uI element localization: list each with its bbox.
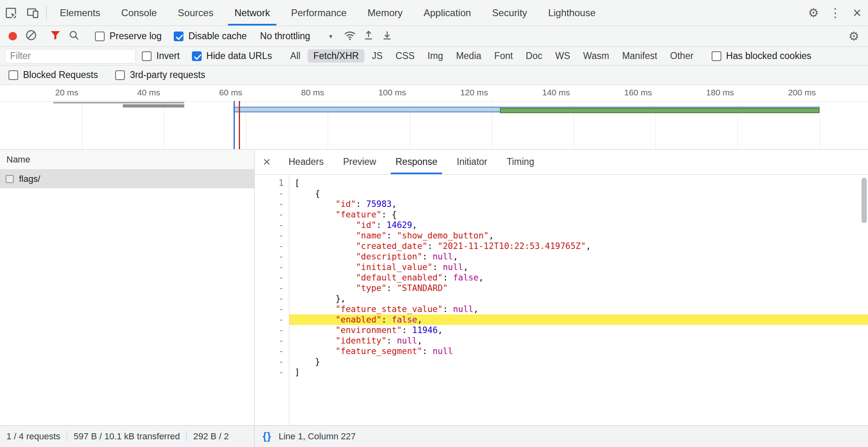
code-line[interactable]: "description": null,: [289, 251, 868, 262]
line-number: -: [255, 293, 289, 304]
invert-checkbox[interactable]: Invert: [142, 51, 180, 61]
filter-chip-doc[interactable]: Doc: [520, 49, 548, 63]
detail-tab-initiator[interactable]: Initiator: [447, 150, 497, 174]
filter-input[interactable]: [5, 49, 136, 63]
overflow-menu-button[interactable]: ⋮: [824, 0, 846, 25]
token: },: [295, 294, 346, 304]
detail-tab-headers[interactable]: Headers: [279, 150, 333, 174]
pretty-print-icon[interactable]: {}: [263, 430, 271, 442]
name-column-label: Name: [6, 154, 30, 165]
code-line[interactable]: "id": 75983,: [289, 199, 868, 209]
tab-memory[interactable]: Memory: [357, 0, 413, 25]
code-line[interactable]: "created_date": "2021-11-12T10:22:53.419…: [289, 241, 868, 251]
filter-chip-fetch-xhr[interactable]: Fetch/XHR: [308, 49, 364, 63]
detail-tab-strip: HeadersPreviewResponseInitiatorTiming: [279, 150, 544, 174]
export-har-button[interactable]: [378, 26, 396, 46]
line-number: -: [255, 262, 289, 272]
close-detail-button[interactable]: ×: [255, 150, 279, 174]
inspect-element-button[interactable]: [0, 0, 22, 25]
response-editor[interactable]: 1[- {- "id": 75983,- "feature": {- "id":…: [255, 175, 868, 425]
overview[interactable]: 20 ms40 ms60 ms80 ms100 ms120 ms140 ms16…: [0, 85, 868, 150]
record-network-log-button[interactable]: [3, 26, 22, 46]
token: ,: [474, 304, 479, 314]
token: 11946: [412, 325, 438, 335]
close-devtools-button[interactable]: ×: [846, 0, 868, 25]
line-number: -: [255, 346, 289, 356]
filter-chip-manifest[interactable]: Manifest: [616, 49, 663, 63]
token: [295, 273, 356, 283]
code-line[interactable]: "feature_state_value": null,: [289, 304, 868, 314]
code-line[interactable]: "initial_value": null,: [289, 262, 868, 272]
filter-chip-js[interactable]: JS: [366, 49, 388, 63]
filter-chip-other[interactable]: Other: [664, 49, 699, 63]
filter-chip-all[interactable]: All: [284, 49, 306, 63]
filter-toggle-button[interactable]: [46, 26, 65, 46]
network-conditions-button[interactable]: [341, 26, 359, 46]
download-icon: [381, 29, 393, 44]
tab-security[interactable]: Security: [482, 0, 538, 25]
has-blocked-cookies-checkbox[interactable]: Has blocked cookies: [712, 51, 811, 61]
code-line[interactable]: "environment": 11946,: [289, 325, 868, 335]
device-toolbar-button[interactable]: [22, 0, 44, 25]
tab-application[interactable]: Application: [413, 0, 481, 25]
filter-chip-ws[interactable]: WS: [550, 49, 576, 63]
code-line[interactable]: },: [289, 293, 868, 304]
filter-chip-img[interactable]: Img: [422, 49, 449, 63]
name-column-header[interactable]: Name: [0, 150, 254, 170]
code-line[interactable]: "enabled": false,: [289, 314, 868, 325]
code-line-row: - "created_date": "2021-11-12T10:22:53.4…: [255, 241, 868, 251]
token: ,: [478, 273, 484, 283]
filter-chip-font[interactable]: Font: [489, 49, 518, 63]
filter-chip-wasm[interactable]: Wasm: [577, 49, 615, 63]
token: [295, 241, 356, 251]
blocked-requests-label: Blocked Requests: [23, 70, 98, 80]
third-party-requests-label: 3rd-party requests: [130, 70, 205, 80]
network-settings-button[interactable]: ⚙: [843, 29, 865, 43]
third-party-requests-checkbox[interactable]: 3rd-party requests: [115, 70, 205, 80]
code-line[interactable]: "feature": {: [289, 209, 868, 220]
code-rows: 1[- {- "id": 75983,- "feature": {- "id":…: [255, 175, 868, 377]
detail-tab-response[interactable]: Response: [386, 150, 447, 174]
token: "feature": [335, 210, 381, 219]
token: :: [387, 231, 397, 240]
request-row[interactable]: flags/: [0, 170, 254, 188]
tab-console[interactable]: Console: [111, 0, 167, 25]
line-number: -: [255, 335, 289, 346]
throttling-value: No throttling: [260, 31, 310, 42]
code-line[interactable]: "id": 14629,: [289, 220, 868, 230]
token: [295, 336, 335, 346]
clear-network-log-button[interactable]: [22, 26, 40, 46]
code-line-row: - "identity": null,: [255, 335, 868, 346]
disable-cache-checkbox[interactable]: Disable cache: [174, 31, 246, 42]
detail-tab-timing[interactable]: Timing: [497, 150, 544, 174]
code-line[interactable]: [: [289, 178, 868, 188]
code-line[interactable]: "default_enabled": false,: [289, 272, 868, 283]
token: "name": [356, 231, 387, 240]
blocked-requests-checkbox[interactable]: Blocked Requests: [8, 70, 98, 80]
filter-chip-css[interactable]: CSS: [390, 49, 420, 63]
hide-data-urls-checkbox[interactable]: Hide data URLs: [192, 51, 272, 61]
status-item: 597 B / 10.1 kB transferred: [67, 431, 186, 442]
code-line[interactable]: ]: [289, 367, 868, 377]
tab-elements[interactable]: Elements: [49, 0, 111, 25]
code-line[interactable]: {: [289, 188, 868, 199]
code-line[interactable]: }: [289, 356, 868, 367]
import-har-button[interactable]: [359, 26, 378, 46]
tab-sources[interactable]: Sources: [167, 0, 224, 25]
devtools-settings-button[interactable]: ⚙: [803, 0, 824, 25]
code-line[interactable]: "identity": null,: [289, 335, 868, 346]
tab-network[interactable]: Network: [224, 0, 280, 25]
preserve-log-checkbox[interactable]: Preserve log: [95, 31, 162, 42]
tab-performance[interactable]: Performance: [280, 0, 357, 25]
tab-lighthouse[interactable]: Lighthouse: [537, 0, 606, 25]
search-button[interactable]: [65, 26, 83, 46]
code-line[interactable]: "feature_segment": null: [289, 346, 868, 356]
token: ,: [586, 241, 591, 251]
vertical-scrollbar[interactable]: [862, 178, 867, 223]
token: "enabled": [335, 315, 381, 325]
filter-chip-media[interactable]: Media: [450, 49, 487, 63]
code-line[interactable]: "name": "show_demo_button",: [289, 230, 868, 241]
code-line[interactable]: "type": "STANDARD": [289, 283, 868, 293]
throttling-select[interactable]: No throttling ▼: [260, 31, 334, 42]
detail-tab-preview[interactable]: Preview: [333, 150, 386, 174]
